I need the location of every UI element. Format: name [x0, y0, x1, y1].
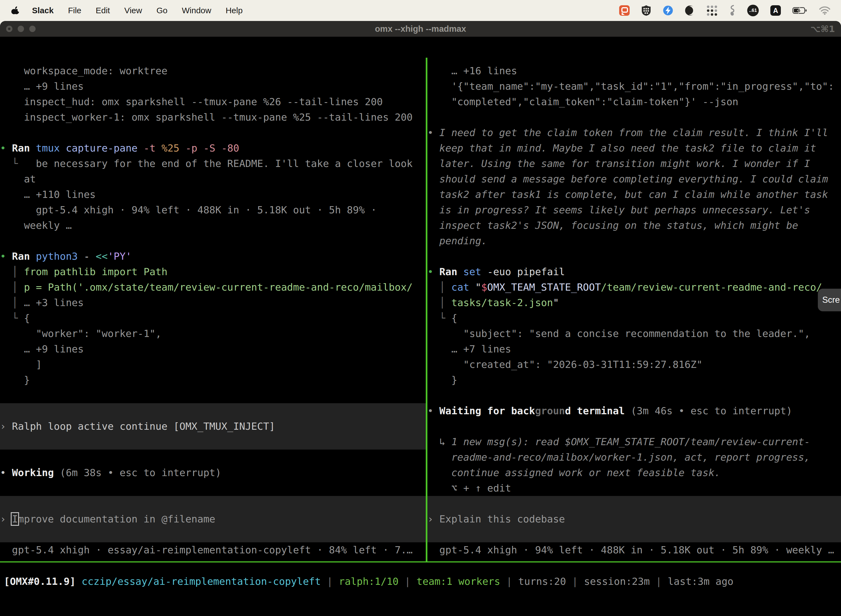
terminal-row: gpt-5.4 xhigh · essay/ai-reimplementatio… — [0, 542, 426, 558]
apple-menu-icon[interactable] — [11, 6, 19, 15]
terminal-row: gpt-5.4 xhigh · 94% left · 488K in · 5.1… — [0, 202, 426, 218]
terminal-row — [0, 388, 426, 403]
wifi-icon[interactable] — [819, 6, 831, 15]
menu-item-edit[interactable]: Edit — [96, 6, 110, 15]
terminal-row: } — [0, 372, 426, 388]
menu-item-file[interactable]: File — [68, 6, 81, 15]
terminal-row: } — [428, 372, 841, 388]
terminal-row: … +9 lines — [0, 342, 426, 357]
terminal-row: "created_at": "2026-03-31T11:59:27.816Z" — [428, 357, 841, 372]
terminal-row — [428, 249, 841, 264]
app-menu-slack[interactable]: Slack — [32, 6, 54, 15]
terminal-row — [428, 419, 841, 434]
terminal-row: › Improve documentation in @filename — [0, 511, 426, 527]
count-badge-label: ..61 — [749, 8, 757, 13]
terminal-row: … +9 lines — [0, 79, 426, 94]
terminal-row: keep that in mind. Maybe I also need the… — [428, 141, 841, 156]
terminal-row: … +7 lines — [428, 342, 841, 357]
terminal-row: … +110 lines — [0, 187, 426, 202]
terminal-row: › Ralph loop active continue [OMX_TMUX_I… — [0, 419, 426, 434]
window-titlebar[interactable]: omx --xhigh --madmax ⌥⌘1 — [0, 21, 841, 37]
terminal-row: continue assigned work or next feasible … — [428, 465, 841, 481]
dots-grid-icon[interactable] — [707, 5, 717, 16]
terminal-row: inspect task2's JSON, focusing on the st… — [428, 218, 841, 233]
terminal-row: task2 after task1 is complete, but can I… — [428, 187, 841, 202]
terminal-row — [0, 125, 426, 141]
terminal-row: inspect_worker-1: omx sparkshell --tmux-… — [0, 110, 426, 125]
terminal-row: │ … +3 lines — [0, 295, 426, 311]
terminal-row: weekly … — [0, 218, 426, 233]
terminal-row: workspace_mode: worktree — [0, 63, 426, 79]
a-key-icon[interactable]: A — [771, 5, 781, 16]
menu-status-icons: ..61 A — [619, 5, 835, 16]
terminal-row: "subject": "send a concise recommendatio… — [428, 326, 841, 342]
blue-bolt-icon[interactable] — [663, 5, 673, 16]
terminal-row: └ be necessary for the end of the README… — [0, 156, 426, 172]
terminal-row — [0, 233, 426, 249]
screen-overlay-tooltip: Scre — [818, 289, 841, 311]
terminal-row: gpt-5.4 xhigh · 94% left · 488K in · 5.1… — [428, 542, 841, 558]
terminal-row: pending. — [428, 233, 841, 249]
crescent-icon[interactable] — [685, 5, 695, 16]
window-shortcut-badge: ⌥⌘1 — [810, 24, 835, 34]
terminal-row — [428, 496, 841, 511]
terminal-row: at — [0, 172, 426, 187]
terminal-row: readme-and-reco/mailbox/worker-1.json, a… — [428, 450, 841, 465]
terminal-row: • Working (6m 38s • esc to interrupt) — [0, 465, 426, 481]
pane-right[interactable]: … +16 lines '{"team_name":"my-team","tas… — [428, 63, 841, 558]
count-badge-icon[interactable]: ..61 — [747, 5, 759, 16]
terminal-row: └ { — [0, 311, 426, 326]
window-title: omx --xhigh --madmax — [0, 24, 841, 34]
terminal-row — [0, 481, 426, 496]
terminal-row: should send a message before completing … — [428, 172, 841, 187]
terminal-row — [0, 450, 426, 465]
terminal-row — [0, 527, 426, 542]
terminal-row: • Ran set -euo pipefail — [428, 264, 841, 280]
terminal-row: inspect_hud: omx sparkshell --tmux-pane … — [0, 94, 426, 110]
terminal-row: • Ran tmux capture-pane -t %25 -p -S -80 — [0, 141, 426, 156]
terminal-row — [428, 388, 841, 403]
terminal-row: later. Using the same for transition mig… — [428, 156, 841, 172]
menu-item-help[interactable]: Help — [226, 6, 243, 15]
terminal-row: • Ran python3 - <<'PY' — [0, 249, 426, 264]
menu-item-view[interactable]: View — [124, 6, 142, 15]
terminal-content: workspace_mode: worktree … +9 lines insp… — [0, 58, 841, 616]
chat-app-icon[interactable] — [619, 5, 630, 16]
terminal-row: │ p = Path('.omx/state/team/review-curre… — [0, 280, 426, 295]
shield-icon[interactable] — [641, 5, 651, 16]
terminal-row: │ cat "$OMX_TEAM_STATE_ROOT/team/review-… — [428, 280, 841, 295]
pane-left[interactable]: workspace_mode: worktree … +9 lines insp… — [0, 63, 426, 558]
terminal-row: '{"team_name":"my-team","task_id":"1","f… — [428, 79, 841, 94]
terminal-row: › Explain this codebase — [428, 511, 841, 527]
terminal-row — [0, 403, 426, 419]
menu-item-go[interactable]: Go — [157, 6, 167, 15]
terminal-row: … +16 lines — [428, 63, 841, 79]
terminal-row: └ { — [428, 311, 841, 326]
omx-status-line: [OMX#0.11.9] cczip/essay/ai-reimplementa… — [0, 574, 841, 589]
terminal-row — [428, 110, 841, 125]
terminal-row — [428, 527, 841, 542]
terminal-row: ] — [0, 357, 426, 372]
terminal-row: • I need to get the claim token from the… — [428, 125, 841, 141]
terminal-row — [0, 496, 426, 511]
a-key-label: A — [773, 7, 778, 15]
menu-bar: Slack FileEditViewGoWindowHelp — [0, 0, 841, 21]
terminal-row: "completed","claim_token":"claim-token"}… — [428, 94, 841, 110]
terminal-row: ⌥ + ↑ edit — [428, 481, 841, 496]
squiggle-icon[interactable] — [729, 5, 736, 16]
terminal-row: "worker": "worker-1", — [0, 326, 426, 342]
pane-bottom-border — [0, 561, 841, 562]
menu-items: FileEditViewGoWindowHelp — [54, 6, 243, 15]
terminal-row: ↳ 1 new msg(s): read $OMX_TEAM_STATE_ROO… — [428, 434, 841, 450]
battery-icon[interactable] — [793, 7, 807, 14]
terminal-row: │ from pathlib import Path — [0, 264, 426, 280]
menu-item-window[interactable]: Window — [182, 6, 211, 15]
terminal-row: │ tasks/task-2.json" — [428, 295, 841, 311]
terminal-row: • Waiting for background terminal (3m 46… — [428, 403, 841, 419]
terminal-window: omx --xhigh --madmax ⌥⌘1 workspace_mode:… — [0, 21, 841, 616]
terminal-row — [0, 434, 426, 450]
terminal-row: is in progress? It seems likely but perh… — [428, 202, 841, 218]
